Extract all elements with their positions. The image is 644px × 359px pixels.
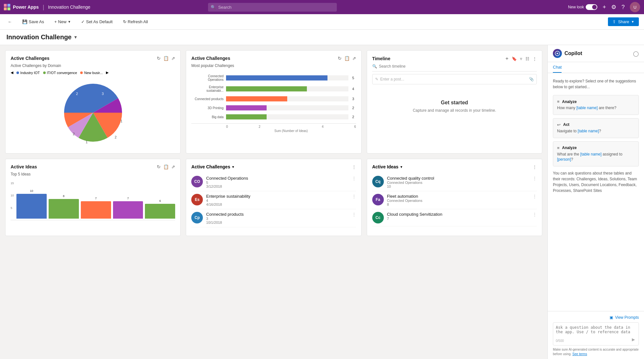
idea-item-more-1[interactable]: ⋮	[533, 176, 537, 181]
suggestion-link-2[interactable]: [table name]	[578, 129, 599, 133]
see-terms-link[interactable]: See terms	[573, 352, 587, 356]
legend-item-3: New busir...	[80, 71, 102, 75]
add-icon[interactable]: +	[602, 4, 606, 11]
timeline-title: Timeline	[372, 56, 391, 61]
search-input[interactable]	[208, 3, 337, 12]
challenge-item-more-1[interactable]: ⋮	[352, 176, 356, 181]
expand-bar-icon[interactable]: ⇗	[352, 56, 356, 61]
new-button[interactable]: + New ▼	[52, 18, 74, 25]
ideas-list-title: Active Ideas ▼	[372, 164, 403, 169]
challenge-avatar-3: Cp	[191, 212, 203, 223]
copilot-send-button[interactable]: ►	[631, 337, 636, 343]
more-timeline-icon[interactable]: ⋮	[533, 56, 537, 61]
challenges-more-icon[interactable]: ⋮	[352, 165, 356, 169]
attach-icon[interactable]: 📎	[529, 77, 534, 81]
bar-track-2	[226, 86, 348, 91]
copilot-close-icon[interactable]: ◯	[633, 51, 639, 57]
expand-ideas-icon[interactable]: ⇗	[171, 164, 175, 169]
refresh-ideas-icon[interactable]: ↻	[157, 164, 161, 169]
bar-value-1: 5	[352, 76, 356, 80]
grid-icon[interactable]: ☷	[526, 56, 529, 61]
idea-avatar-2: Fa	[372, 194, 384, 205]
ideas-bar-value-4: 7	[127, 197, 129, 200]
timeline-post-input[interactable]: ✎ Enter a post... 📎	[372, 74, 537, 84]
idea-item-more-2[interactable]: ⋮	[533, 194, 537, 199]
bar-row-2: Enterprise sustainabi... 4	[191, 85, 356, 92]
active-challenges-bar-card: Active Challenges ↻ 📋 ⇗ Most popular Cha…	[186, 50, 361, 154]
bar-label-4: 3D Printing	[191, 106, 223, 110]
bar-fill-3	[226, 96, 287, 101]
copy-pie-icon[interactable]: 📋	[163, 56, 169, 61]
legend-dot-3	[80, 71, 83, 74]
next-legend-icon[interactable]: ▶	[106, 71, 109, 75]
suggestion-link-1[interactable]: [table name]	[576, 106, 598, 110]
challenges-chevron-icon[interactable]: ▼	[232, 165, 235, 169]
ideas-bar-card-actions: ↻ 📋 ⇗	[157, 164, 175, 169]
copilot-suggestion-3[interactable]: ≡ Analyze What are the [table name] assi…	[553, 141, 639, 167]
refresh-bar-icon[interactable]: ↻	[338, 56, 342, 61]
copilot-suggestion-1[interactable]: ≡ Analyze How many [table name] are ther…	[553, 95, 639, 115]
idea-name-2: Fleet automation	[387, 194, 529, 199]
new-look-toggle[interactable]: New look	[568, 4, 597, 10]
copilot-svg	[555, 51, 560, 56]
settings-icon[interactable]: ⚙	[611, 4, 616, 11]
add-timeline-icon[interactable]: +	[506, 56, 508, 61]
view-prompts-button[interactable]: ▣ View Prompts	[553, 315, 639, 320]
challenge-date-3: 10/1/2018	[206, 221, 348, 224]
ideas-more-icon[interactable]: ⋮	[533, 165, 537, 169]
save-as-button[interactable]: 💾 Save As	[20, 18, 47, 25]
new-look-switch[interactable]	[586, 4, 597, 10]
suggestion-link-3a[interactable]: [table name]	[580, 152, 601, 156]
ideas-chevron-icon[interactable]: ▼	[400, 165, 403, 169]
svg-rect-0	[4, 4, 7, 7]
idea-avatar-3: Cc	[372, 212, 384, 223]
copilot-input[interactable]	[556, 325, 636, 338]
ideas-bar-title: Active Ideas	[11, 164, 37, 169]
filter-icon[interactable]: ▿	[520, 56, 522, 61]
pie-card-header: Active Challenges ↻ 📋 ⇗	[11, 56, 175, 61]
bookmark-icon[interactable]: 🔖	[512, 56, 517, 61]
ideas-bar-1: 10	[16, 194, 47, 219]
act-icon: ↩	[557, 122, 561, 127]
bar-card-header: Active Challenges ↻ 📋 ⇗	[191, 56, 356, 61]
legend-label-2: IT/OT convergence	[47, 71, 77, 75]
bar-row-1: Connected Operations 5	[191, 74, 356, 81]
copilot-suggestion-2[interactable]: ↩ Act Navigate to [table name]?	[553, 118, 639, 138]
copy-ideas-icon[interactable]: 📋	[163, 164, 169, 169]
y-axis-15: 15	[11, 182, 14, 185]
refresh-all-button[interactable]: ↻ Refresh All	[120, 18, 151, 25]
ideas-list-card: Active Ideas ▼ ⋮ Cq Connected quality co…	[367, 159, 542, 236]
bar-card-actions: ↻ 📋 ⇗	[338, 56, 356, 61]
refresh-pie-icon[interactable]: ↻	[157, 56, 161, 61]
challenge-item-more-3[interactable]: ⋮	[352, 212, 356, 217]
prev-legend-icon[interactable]: ◀	[11, 71, 13, 75]
tab-chat[interactable]: Chat	[553, 62, 562, 73]
bar-label-1: Connected Operations	[191, 74, 223, 81]
share-chevron-icon: ▼	[631, 20, 634, 24]
help-icon[interactable]: ?	[621, 4, 625, 11]
refresh-icon: ↻	[123, 19, 127, 24]
suggestion-link-3b[interactable]: [person]	[557, 157, 571, 162]
idea-item-more-3[interactable]: ⋮	[533, 212, 537, 217]
idea-name-3: Cloud computing Servitization	[387, 212, 529, 217]
bar-value-4: 2	[352, 106, 356, 110]
copilot-footer: ▣ View Prompts 0/500 ► Make sure AI-gene…	[548, 311, 644, 359]
idea-name-1: Connected quality control	[387, 176, 529, 181]
set-as-default-button[interactable]: ✓ Set As Default	[79, 18, 115, 25]
share-button[interactable]: ⇧ Share ▼	[608, 17, 639, 26]
copy-bar-icon[interactable]: 📋	[344, 56, 350, 61]
challenge-item-more-2[interactable]: ⋮	[352, 194, 356, 199]
challenge-count-3: 3	[206, 217, 348, 221]
ideas-subtitle: Top 5 Ideas	[11, 172, 175, 176]
bar-card-title: Active Challenges	[191, 56, 230, 61]
legend-label-3: New busir...	[84, 71, 102, 75]
challenge-item-1: CO Connected Operations 5 3/12/2018 ⋮	[191, 173, 356, 191]
expand-pie-icon[interactable]: ⇗	[171, 56, 175, 61]
profile-avatar[interactable]: U	[630, 2, 640, 12]
back-button[interactable]: ←	[5, 18, 14, 25]
axis-label-6: 6	[354, 125, 356, 128]
idea-count-3: 7	[387, 217, 529, 221]
svg-rect-3	[7, 7, 10, 10]
pie-card-title: Active Challenges	[11, 56, 50, 61]
page-title-chevron-icon[interactable]: ▼	[73, 35, 78, 40]
